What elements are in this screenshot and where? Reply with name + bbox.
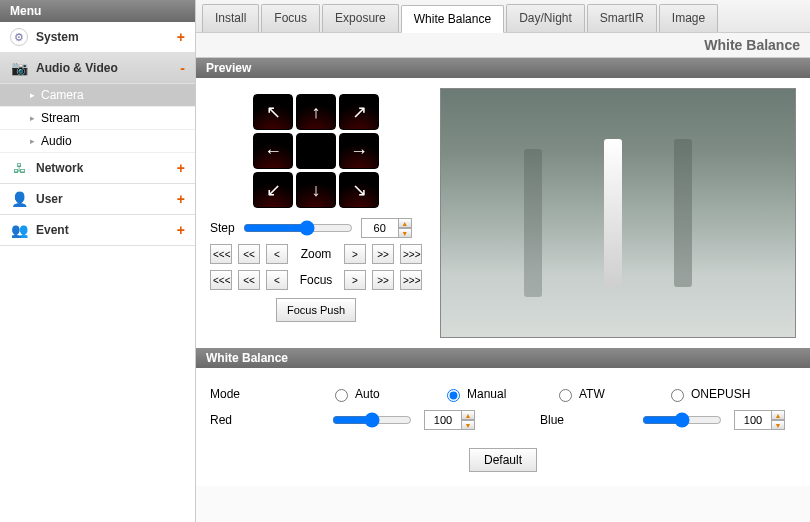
focus-push-button[interactable]: Focus Push	[276, 298, 356, 322]
focus-back-2-button[interactable]: <<	[238, 270, 260, 290]
focus-row: <<< << < Focus > >> >>>	[210, 270, 422, 290]
focus-back-3-button[interactable]: <<<	[210, 270, 232, 290]
submenu-camera[interactable]: ▸ Camera	[0, 84, 195, 107]
zoom-back-1-button[interactable]: <	[266, 244, 288, 264]
mode-auto-radio[interactable]	[335, 389, 348, 402]
zoom-label: Zoom	[294, 247, 338, 261]
event-icon	[10, 221, 28, 239]
focus-back-1-button[interactable]: <	[266, 270, 288, 290]
mode-onepush-radio[interactable]	[671, 389, 684, 402]
zoom-fwd-2-button[interactable]: >>	[372, 244, 394, 264]
submenu-label: Camera	[41, 88, 84, 102]
red-label: Red	[210, 413, 310, 427]
focus-fwd-3-button[interactable]: >>>	[400, 270, 422, 290]
zoom-back-3-button[interactable]: <<<	[210, 244, 232, 264]
menu-item-system[interactable]: System +	[0, 22, 195, 53]
pan-center-button[interactable]	[296, 133, 336, 169]
zoom-row: <<< << < Zoom > >> >>>	[210, 244, 422, 264]
red-down-button[interactable]: ▼	[461, 420, 475, 430]
pan-right-button[interactable]: →	[339, 133, 379, 169]
pan-down-left-button[interactable]: ↙	[253, 172, 293, 208]
sidebar: Menu System + Audio & Video - ▸ Camera ▸…	[0, 0, 196, 522]
tab-focus[interactable]: Focus	[261, 4, 320, 32]
mode-onepush-label: ONEPUSH	[691, 387, 750, 401]
menu-label: Network	[36, 161, 83, 175]
chevron-right-icon: ▸	[30, 90, 35, 100]
red-input[interactable]	[424, 410, 462, 430]
step-label: Step	[210, 221, 235, 235]
menu-item-network[interactable]: Network +	[0, 153, 195, 184]
mode-atw-radio[interactable]	[559, 389, 572, 402]
submenu-audio[interactable]: ▸ Audio	[0, 130, 195, 153]
blue-down-button[interactable]: ▼	[771, 420, 785, 430]
menu-header: Menu	[0, 0, 195, 22]
step-input[interactable]	[361, 218, 399, 238]
collapse-icon: -	[180, 60, 185, 76]
expand-icon: +	[177, 29, 185, 45]
step-down-button[interactable]: ▼	[398, 228, 412, 238]
menu-item-event[interactable]: Event +	[0, 215, 195, 246]
pan-up-right-button[interactable]: ↗	[339, 94, 379, 130]
red-up-button[interactable]: ▲	[461, 410, 475, 420]
mode-onepush-option[interactable]: ONEPUSH	[666, 386, 750, 402]
user-icon	[10, 190, 28, 208]
tab-white-balance[interactable]: White Balance	[401, 5, 504, 33]
mode-atw-label: ATW	[579, 387, 605, 401]
tab-day-night[interactable]: Day/Night	[506, 4, 585, 32]
menu-item-user[interactable]: User +	[0, 184, 195, 215]
pan-down-button[interactable]: ↓	[296, 172, 336, 208]
tab-bar: Install Focus Exposure White Balance Day…	[196, 0, 810, 33]
camera-icon	[10, 59, 28, 77]
blue-input[interactable]	[734, 410, 772, 430]
menu-item-audio-video[interactable]: Audio & Video -	[0, 53, 195, 84]
expand-icon: +	[177, 191, 185, 207]
focus-label: Focus	[294, 273, 338, 287]
menu-label: Audio & Video	[36, 61, 118, 75]
direction-pad: ↖ ↑ ↗ ← → ↙ ↓ ↘	[253, 94, 379, 208]
pan-down-right-button[interactable]: ↘	[339, 172, 379, 208]
mode-auto-label: Auto	[355, 387, 380, 401]
submenu-stream[interactable]: ▸ Stream	[0, 107, 195, 130]
tab-smartir[interactable]: SmartIR	[587, 4, 657, 32]
mode-atw-option[interactable]: ATW	[554, 386, 654, 402]
submenu-label: Audio	[41, 134, 72, 148]
submenu-label: Stream	[41, 111, 80, 125]
chevron-right-icon: ▸	[30, 113, 35, 123]
step-row: Step ▲ ▼	[210, 218, 422, 238]
color-row: Red ▲ ▼ Blue	[210, 410, 796, 430]
preview-header: Preview	[196, 58, 810, 78]
default-button[interactable]: Default	[469, 448, 537, 472]
page-title: White Balance	[196, 33, 810, 58]
menu-label: System	[36, 30, 79, 44]
zoom-fwd-3-button[interactable]: >>>	[400, 244, 422, 264]
pan-up-left-button[interactable]: ↖	[253, 94, 293, 130]
mode-label: Mode	[210, 387, 310, 401]
expand-icon: +	[177, 160, 185, 176]
ptz-controls: ↖ ↑ ↗ ← → ↙ ↓ ↘ Step ▲	[206, 88, 426, 338]
focus-fwd-1-button[interactable]: >	[344, 270, 366, 290]
tab-exposure[interactable]: Exposure	[322, 4, 399, 32]
menu-label: User	[36, 192, 63, 206]
blue-up-button[interactable]: ▲	[771, 410, 785, 420]
mode-manual-option[interactable]: Manual	[442, 386, 542, 402]
zoom-back-2-button[interactable]: <<	[238, 244, 260, 264]
pan-up-button[interactable]: ↑	[296, 94, 336, 130]
blue-slider[interactable]	[642, 412, 722, 428]
tab-install[interactable]: Install	[202, 4, 259, 32]
step-up-button[interactable]: ▲	[398, 218, 412, 228]
zoom-fwd-1-button[interactable]: >	[344, 244, 366, 264]
pan-left-button[interactable]: ←	[253, 133, 293, 169]
expand-icon: +	[177, 222, 185, 238]
focus-fwd-2-button[interactable]: >>	[372, 270, 394, 290]
gear-icon	[10, 28, 28, 46]
wb-body: Mode Auto Manual ATW ONEPUSH	[196, 368, 810, 486]
red-slider[interactable]	[332, 412, 412, 428]
preview-body: ↖ ↑ ↗ ← → ↙ ↓ ↘ Step ▲	[196, 78, 810, 348]
main-panel: Install Focus Exposure White Balance Day…	[196, 0, 810, 522]
tab-image[interactable]: Image	[659, 4, 718, 32]
mode-row: Mode Auto Manual ATW ONEPUSH	[210, 386, 796, 402]
step-slider[interactable]	[243, 220, 353, 236]
mode-manual-radio[interactable]	[447, 389, 460, 402]
network-icon	[10, 159, 28, 177]
mode-auto-option[interactable]: Auto	[330, 386, 430, 402]
